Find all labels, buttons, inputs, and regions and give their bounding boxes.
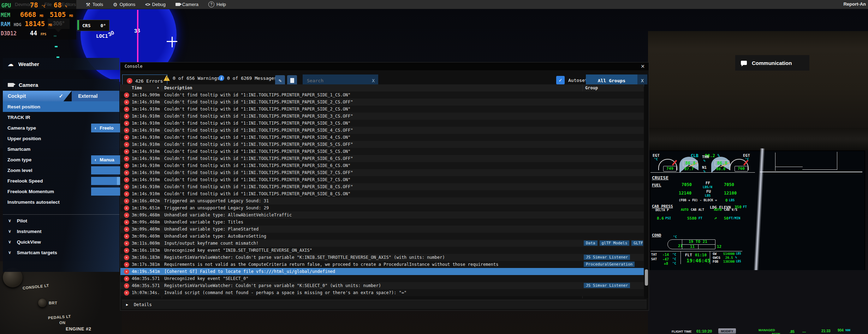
chevron-down-icon: ∨: [8, 229, 11, 234]
tab-cockpit[interactable]: Cockpit✓: [3, 91, 72, 101]
warning-icon: [164, 75, 170, 81]
ram-stat: RAM HDG 18145 MB: [1, 20, 52, 28]
report-issue-link[interactable]: Report-An: [843, 1, 866, 7]
console-log-row[interactable]: ✕ 1m:14s.909m Couldn't find tooltip with…: [120, 91, 644, 99]
console-log-row[interactable]: ✕ 1m:14s.910m Couldn't find tooltip with…: [120, 162, 644, 169]
thr-unit: %: [703, 159, 705, 162]
fps-unit: FPS: [41, 32, 46, 36]
section-smartcam-targets[interactable]: ∨Smartcam targets: [3, 247, 119, 258]
console-scrollbar[interactable]: [644, 84, 648, 298]
console-log-row[interactable]: ✕ 1m:19s.651m Triggered an unsupported L…: [120, 204, 644, 211]
console-log-row[interactable]: ✕ 1m:14s.910m Couldn't find tooltip with…: [120, 127, 644, 134]
autoset-checkbox[interactable]: ✓: [556, 76, 565, 84]
console-log-row[interactable]: ✕ 1m:14s.910m Couldn't find tooltip with…: [120, 169, 644, 176]
tab-external[interactable]: External: [72, 91, 119, 101]
close-icon[interactable]: ✕: [640, 64, 646, 69]
smartcam-row[interactable]: Smartcam: [3, 144, 119, 154]
console-log-row[interactable]: ✕ 1m:14s.910m Couldn't find tooltip with…: [120, 106, 644, 113]
group-badge[interactable]: ProceduralGeneration: [584, 262, 635, 267]
messages-filter-button[interactable]: i 0 of 6269 Messages: [219, 75, 277, 81]
console-log-row[interactable]: ✕ 1m:14s.910m Couldn't find tooltip with…: [120, 120, 644, 127]
expand-arrow-icon[interactable]: ▶: [126, 303, 128, 306]
console-log-row[interactable]: ✕ 1m:14s.910m Couldn't find tooltip with…: [120, 148, 644, 155]
section-instrument[interactable]: ∨Instrument: [3, 226, 119, 237]
console-log-row[interactable]: ✕ 3m:09s.468m Unhandled variable type: T…: [120, 219, 644, 226]
console-title-bar[interactable]: Console ✕: [120, 62, 649, 70]
console-log-row[interactable]: ✕ 1m:14s.910m Couldn't find tooltip with…: [120, 134, 644, 141]
console-log-row[interactable]: ✕ 3m:09s.469m Unhandled variable type: P…: [120, 226, 644, 233]
console-log-row[interactable]: ✕ 3m:09s.468m Unhandled variable type: A…: [120, 211, 644, 219]
instruments-autoselect-row[interactable]: Instruments autoselect: [3, 197, 119, 207]
section-quickview[interactable]: ∨QuickView: [3, 237, 119, 247]
group-badge[interactable]: GLTF: [631, 240, 643, 246]
ff-unit: LBS/H: [703, 185, 712, 189]
console-log-row[interactable]: ✕ 3m:11s.069m Input/output keyframe coun…: [120, 240, 644, 247]
details-bar[interactable]: ▶ Details: [122, 300, 647, 309]
column-group[interactable]: Group: [585, 85, 598, 90]
menu-tools[interactable]: ⚒Tools: [81, 0, 108, 9]
console-log-row[interactable]: ✕ 3m:09s.469m Unhandled variable type: A…: [120, 233, 644, 240]
console-log-row[interactable]: ✕ 3m:16s.183m Unrecognized key event "IN…: [120, 247, 644, 254]
menu-debug[interactable]: <>Debug: [140, 0, 171, 9]
communication-panel[interactable]: Communication: [735, 55, 809, 71]
console-log-row[interactable]: ✕ 46m:35s.571 Unrecognized key event "SE…: [120, 275, 644, 282]
group-badge[interactable]: glTF Models: [600, 240, 630, 246]
mfd-line: [802, 169, 837, 170]
modify-flight-button[interactable]: MODIFY: [718, 328, 736, 334]
console-log-row[interactable]: ✕ 3m:17s.381m Requirements is not valid …: [120, 261, 644, 268]
console-log-row[interactable]: ✕ 1m:14s.910m Couldn't find tooltip with…: [120, 141, 644, 148]
upper-position-row[interactable]: Upper position: [3, 133, 119, 144]
search-input[interactable]: [303, 78, 368, 84]
console-log-row[interactable]: ✕ 46m:35s.571 RegisterSimVarValueWatcher…: [120, 282, 644, 289]
slider-thumb[interactable]: [117, 177, 120, 185]
sort-asc-icon[interactable]: ▲: [157, 86, 159, 89]
search-clear-icon[interactable]: X: [372, 78, 378, 83]
warnings-filter-button[interactable]: 0 of 656 Warnings: [164, 75, 220, 81]
console-log-row[interactable]: ✕ 4m:19s.541m [Coherent GT] Failed to lo…: [120, 268, 644, 275]
reset-position-row[interactable]: Reset position: [3, 101, 119, 112]
mem-label: MEM: [1, 12, 10, 18]
log-description: Unhandled variable type: PlaneStarted: [164, 227, 581, 232]
console-log-row[interactable]: ✕ 1h:07m:34s. Invalid script (command no…: [120, 289, 644, 296]
menu-camera[interactable]: Camera: [171, 0, 203, 9]
step-dist: 904: [838, 328, 844, 332]
fcu-panel: [648, 31, 868, 128]
console-log-row[interactable]: ✕ 1m:14s.910m Couldn't find tooltip with…: [120, 183, 644, 190]
menu-help[interactable]: ?Help: [203, 0, 231, 9]
camera-header[interactable]: Camera: [3, 79, 119, 91]
column-description[interactable]: Description: [164, 85, 192, 90]
group-badge[interactable]: JS Simvar Listener: [584, 283, 630, 288]
console-log-row[interactable]: ✕ 1m:14s.910m Couldn't find tooltip with…: [120, 113, 644, 120]
console-log-row[interactable]: ✕ 1m:14s.910m Couldn't find tooltip with…: [120, 155, 644, 162]
clock: 19:46:45: [686, 258, 710, 263]
scrollbar-thumb[interactable]: [645, 269, 648, 286]
log-time: 3m:17s.381m: [132, 262, 161, 267]
log-description: Couldn't find tooltip with id "1:INI.TOO…: [164, 128, 581, 133]
step-dist-unit: NM: [845, 328, 850, 332]
console-log-row[interactable]: ✕ 1m:14s.910m Couldn't find tooltip with…: [120, 99, 644, 106]
weather-panel: ☁ Weather: [3, 58, 119, 70]
brt-knob[interactable]: [38, 299, 47, 307]
console-log-row[interactable]: ✕ 1m:14s.910m Couldn't find tooltip with…: [120, 176, 644, 183]
menu-options[interactable]: ⚙Options: [108, 0, 140, 9]
error-icon: ✕: [124, 234, 129, 239]
egt-unit: °C: [654, 157, 658, 161]
console-log-row[interactable]: ✕ 1m:14s.910m Couldn't find tooltip with…: [120, 190, 644, 197]
error-icon: ✕: [124, 205, 129, 211]
group-badge[interactable]: Data: [584, 240, 598, 246]
track-ir-row[interactable]: TRACK IR: [3, 112, 119, 123]
weather-header[interactable]: ☁ Weather: [3, 58, 119, 70]
column-time[interactable]: Time: [132, 85, 142, 90]
section-pilot[interactable]: ∨Pilot: [3, 215, 119, 226]
group-badge[interactable]: JS Simvar Listener: [584, 255, 630, 260]
log-description: Unhandled variable type: Titles: [164, 220, 581, 225]
zoom-type-row: Zoom type ‹Manua: [3, 154, 119, 165]
ecam-divider: [680, 251, 681, 264]
tools-icon: ⚒: [86, 2, 90, 7]
console-table-header: Time ▲ Description Group: [120, 84, 644, 92]
console-log-row[interactable]: ✕ 3m:16s.183m RegisterSimVarValueWatcher…: [120, 254, 644, 261]
error-icon: ✕: [124, 283, 129, 288]
console-log-row[interactable]: ✕ 1m:16s.402m Triggered an unsupported L…: [120, 197, 644, 204]
log-time: 1m:14s.910m: [132, 156, 161, 161]
log-description: Couldn't find tooltip with id "1:INI.TOO…: [164, 191, 581, 196]
